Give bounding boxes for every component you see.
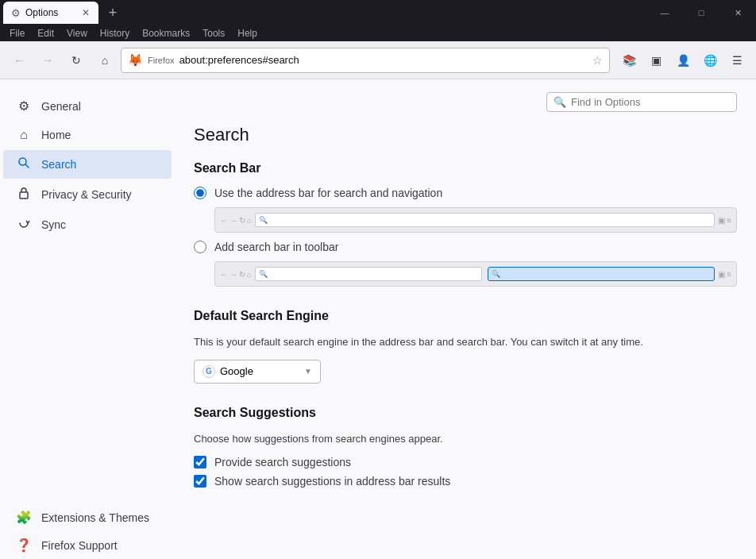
menu-history[interactable]: History [94,26,136,40]
new-tab-button[interactable]: + [102,2,124,24]
tab-close-button[interactable]: ✕ [79,6,92,19]
nav-icons: 📚 ▣ 👤 🌐 ☰ [616,48,750,73]
preview2-home-icon: ⌂ [247,270,252,279]
maximize-button[interactable]: □ [683,0,719,25]
default-engine-section: Default Search Engine This is your defau… [194,309,737,384]
support-icon: ❓ [16,538,32,553]
google-g-icon: G [202,365,215,378]
preview-refresh-icon: ↻ [239,216,245,225]
preview-home-icon: ⌂ [247,216,252,225]
firefox-logo-icon: 🦊 [128,53,143,67]
radio-option-toolbar[interactable]: Add search bar in toolbar [194,241,737,253]
sidebar-item-home[interactable]: ⌂ Home [3,121,172,148]
preview2-forward-icon: → [230,270,237,279]
sidebar-item-search[interactable]: Search [3,150,172,179]
nav-bar: ← → ↻ ⌂ 🦊 Firefox about:preferences#sear… [0,41,756,79]
dropdown-arrow-icon: ▼ [304,367,312,376]
radio-toolbar-label: Add search bar in toolbar [214,241,338,253]
engine-select-wrap: G Google ▼ [194,360,737,384]
account-icon[interactable]: 👤 [670,48,696,73]
extensions-icon: 🧩 [16,510,32,525]
menu-help[interactable]: Help [231,26,264,40]
radio-address-bar-label: Use the address bar for search and navig… [214,187,442,199]
suggestions-title: Search Suggestions [194,406,737,420]
sync-icon [16,217,32,233]
sidebar-label-support: Firefox Support [41,539,118,552]
preview-icons-2: ▣ ≡ [718,270,731,279]
sidebar-item-general[interactable]: ⚙ General [3,92,172,120]
bookmark-star-icon[interactable]: ☆ [592,54,603,67]
suggestions-desc: Choose how suggestions from search engin… [194,431,737,447]
preview2-icon-2: ≡ [727,270,731,279]
engine-name: Google [220,365,299,377]
browser-preview-toolbar: ← → ↻ ⌂ 🔍 🔍 ▣ ≡ [214,261,737,287]
radio-option-address-bar[interactable]: Use the address bar for search and navig… [194,187,737,199]
checkbox-provide-suggestions[interactable]: Provide search suggestions [194,456,737,468]
svg-rect-2 [20,192,28,199]
preview-forward-icon: → [230,216,237,225]
checkbox-provide-label: Provide search suggestions [214,456,351,468]
search-bar-title: Search Bar [194,161,737,175]
title-bar: ⚙ Options ✕ + — □ ✕ [0,0,756,25]
sidebar-item-support[interactable]: ❓ Firefox Support [3,531,172,559]
refresh-button[interactable]: ↻ [64,48,89,73]
engine-select-dropdown[interactable]: G Google ▼ [194,360,321,384]
menu-tools[interactable]: Tools [196,26,231,40]
default-engine-desc: This is your default search engine in th… [194,334,737,350]
library-icon[interactable]: 📚 [616,48,642,73]
find-in-options-input[interactable] [571,96,730,108]
home-button[interactable]: ⌂ [92,48,118,73]
preview2-back-icon: ← [220,270,228,279]
radio-address-bar[interactable] [194,187,206,199]
preview-icon-1: ▣ [718,216,725,225]
url-text: about:preferences#search [179,54,588,66]
minimize-button[interactable]: — [646,0,683,25]
forward-button[interactable]: → [35,48,60,73]
menu-edit[interactable]: Edit [31,26,60,40]
firefox-label: Firefox [148,56,175,65]
checkbox-provide-suggestions-input[interactable] [194,456,206,468]
firefox-account-icon[interactable]: 🌐 [697,48,723,73]
window-controls: — □ ✕ [646,0,756,25]
preview2-icon-1: ▣ [718,270,725,279]
tab-title: Options [25,7,75,18]
menu-file[interactable]: File [3,26,31,40]
sidebar-item-extensions[interactable]: 🧩 Extensions & Themes [3,503,172,531]
preview-back-icon: ← [220,216,228,225]
url-bar[interactable]: 🦊 Firefox about:preferences#search ☆ [121,48,610,73]
default-engine-title: Default Search Engine [194,309,737,323]
preview2-refresh-icon: ↻ [239,270,245,279]
sidebar-item-sync[interactable]: Sync [3,210,172,239]
menu-bookmarks[interactable]: Bookmarks [136,26,196,40]
general-icon: ⚙ [16,98,32,114]
sidebar-label-search: Search [41,158,76,171]
preview-nav-2: ← → ↻ ⌂ [220,270,252,279]
sidebar-label-privacy: Privacy & Security [41,188,132,201]
radio-toolbar[interactable] [194,241,206,253]
checkbox-address-bar-suggestions[interactable]: Show search suggestions in address bar r… [194,475,737,488]
svg-line-1 [25,164,29,168]
sidebar-label-general: General [41,100,81,113]
tab-icon: ⚙ [11,7,21,19]
sidebar-item-privacy[interactable]: Privacy & Security [3,180,172,209]
preview-icon-2: ≡ [727,216,731,225]
sidebar-label-home: Home [41,129,71,141]
search-icon [16,156,32,172]
preview-search-bar: 🔍 [488,267,715,281]
home-icon: ⌂ [16,128,32,142]
suggestions-section: Search Suggestions Choose how suggestion… [194,406,737,488]
menu-view[interactable]: View [60,26,94,40]
find-search-icon: 🔍 [554,96,566,108]
preview-url-2: 🔍 [255,267,482,281]
hamburger-menu-icon[interactable]: ☰ [724,48,750,73]
find-input-wrap[interactable]: 🔍 [546,92,737,112]
checkbox-address-bar-input[interactable] [194,475,206,488]
privacy-icon [16,187,32,202]
menu-bar: File Edit View History Bookmarks Tools H… [0,25,756,41]
sidebar-label-sync: Sync [41,218,66,231]
close-button[interactable]: ✕ [719,0,756,25]
tab-strip: ⚙ Options ✕ + [3,0,646,25]
sidebar-toggle-icon[interactable]: ▣ [643,48,669,73]
options-tab[interactable]: ⚙ Options ✕ [3,2,98,24]
back-button[interactable]: ← [6,48,32,73]
